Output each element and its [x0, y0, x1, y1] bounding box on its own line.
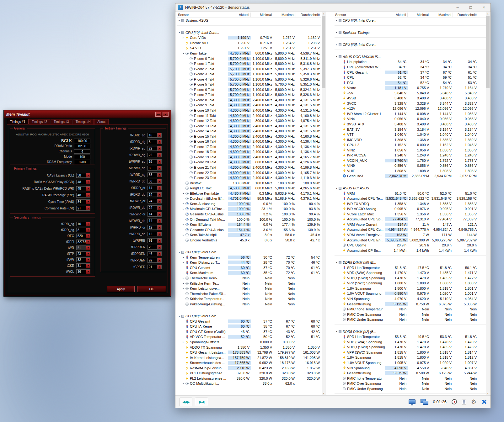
memtweakit-close-button[interactable]: X: [163, 112, 169, 117]
sensor-row[interactable]: IVR Atom L2 Cluster 11.144 V0.008 V1.144…: [335, 111, 487, 117]
sensor-group-row[interactable]: ▸CPU [#0]: Intel Core...: [335, 42, 487, 47]
dropdown-arrow-icon[interactable]: ▼: [157, 173, 161, 177]
sensor-row[interactable]: SPD Hub Temperatur51.8 °C47.5 °C51.8 °C5…: [335, 265, 487, 270]
sensor-row[interactable]: VRM Vcore Current134 A11 A147 A121 A: [335, 222, 487, 227]
tree-toggle-icon[interactable]: ▸: [335, 19, 339, 22]
sensor-row[interactable]: Kritische Temperatur...NeinNeinNein: [177, 296, 321, 302]
dropdown-arrow-icon[interactable]: ▼: [157, 206, 161, 210]
dropdown-arrow-icon[interactable]: ▼: [157, 153, 161, 157]
tree-toggle-icon[interactable]: ▸: [181, 277, 185, 279]
column-header-maximal[interactable]: Maximal: [430, 13, 453, 17]
sensor-row[interactable]: VDDQ (SWB) Spannung1.470 V1.470 V1.485 V…: [335, 276, 487, 281]
dropdown-arrow-icon[interactable]: ▼: [157, 140, 161, 144]
sensor-row[interactable]: Hauptplatine34 °C34 °C34 °C34 °C: [335, 59, 487, 65]
sensor-row[interactable]: IVR TX VDDQ1.358 V1.348 V1.358 V1.356 V: [335, 201, 487, 206]
tree-toggle-icon[interactable]: ▾: [335, 330, 339, 333]
timing-dropdown[interactable]: 8▼: [147, 166, 162, 171]
sensor-row[interactable]: IVR VCCIO Analog0.995 V0.976 V0.995 V0.9…: [335, 206, 487, 212]
dropdown-arrow-icon[interactable]: ▼: [157, 179, 161, 183]
clock-icon[interactable]: [452, 399, 457, 404]
sensor-row[interactable]: IVR VCCSA1.248 V1.248 V1.248 V1.248 V: [335, 153, 487, 158]
sensor-row[interactable]: VCCIN_AUX1.760 V1.760 V1.792 V1.775 V: [335, 158, 487, 163]
dropdown-arrow-icon[interactable]: ▼: [157, 160, 161, 164]
sensor-row[interactable]: CPU Gesamt60 °C37 °C70 °C61 °C: [177, 265, 321, 271]
sensor-row[interactable]: P-core 5 Takt5,700.0 MHz1,100.0 MHz5,700…: [177, 82, 321, 87]
tree-toggle-icon[interactable]: ▾: [335, 261, 339, 264]
dropdown-arrow-icon[interactable]: ▼: [157, 219, 161, 223]
sensor-group-row[interactable]: ▾CPU [#0]: Intel Core...: [177, 250, 321, 255]
dropdown-arrow-icon[interactable]: ▼: [86, 187, 90, 191]
sensor-group-row[interactable]: ▾DDR5 DIMM [#0] (B...: [335, 260, 487, 265]
sensor-row[interactable]: BAT_3V3.184 V3.184 V3.184 V3.184 V: [335, 127, 487, 132]
sensor-row[interactable]: E-core 22 Takt4,300.0 MHz2,400.0 MHz4,30…: [177, 170, 321, 175]
timing-dropdown[interactable]: 32767▼: [76, 240, 90, 244]
left-panel-scrollbar[interactable]: ▲ ▼: [322, 12, 326, 395]
sensor-row[interactable]: CPU GT-Kerne (Grafik)43 °C37 °C43 °C42 °…: [177, 329, 321, 335]
sensor-row[interactable]: VDD (SWA) Spannung1.470 V1.470 V1.485 V1…: [335, 270, 487, 276]
timing-dropdown[interactable]: 14▼: [147, 219, 162, 223]
report-icon[interactable]: [462, 399, 466, 404]
sensor-row[interactable]: E-core 21 Takt4,300.0 MHz2,400.0 MHz4,30…: [177, 165, 321, 170]
sensor-row[interactable]: 1,8V Spannung1.800 V1.800 V1.815 V1.801 …: [335, 286, 487, 291]
column-header-sensor[interactable]: Sensor: [177, 13, 228, 17]
sensor-row[interactable]: VDDQ (SWB) Spannung1.470 V1.470 V1.485 V…: [335, 345, 487, 350]
sensor-row[interactable]: Gesamte CPU-Auslas...154.4 %3.6 %155.6 %…: [177, 227, 321, 232]
sensor-row[interactable]: PL2 Leistungsgrenze ...320.0 W320.0 W320…: [177, 376, 321, 381]
timing-dropdown[interactable]: 32▼: [76, 257, 90, 262]
timing-dropdown[interactable]: 46▼: [147, 251, 162, 256]
dropdown-arrow-icon[interactable]: ▼: [86, 173, 90, 177]
sensor-row[interactable]: P-core 2 Takt5,700.0 MHz1,100.0 MHz5,800…: [177, 66, 321, 71]
sensor-row[interactable]: PL1 Leistungsgrenze ...320.0 W320.0 W320…: [177, 371, 321, 376]
sensor-row[interactable]: 1.0V VOUT Spannung1.005 V0.975 V1.020 V1…: [335, 360, 487, 366]
dropdown-arrow-icon[interactable]: ▼: [157, 146, 161, 150]
sensor-row[interactable]: Stromverbrauch des ...17.865 W9.682 W18.…: [177, 360, 321, 366]
right-panel-scrollbar[interactable]: ▲ ▼: [486, 12, 490, 395]
sensor-row[interactable]: P-core 4 Takt5,700.0 MHz1,100.0 MHz5,800…: [177, 76, 321, 82]
dropdown-arrow-icon[interactable]: ▼: [86, 222, 90, 226]
sensor-row[interactable]: E-core 15 Takt4,300.0 MHz2,400.0 MHz4,30…: [177, 134, 321, 139]
sensor-row[interactable]: VIN40.056 V0.040 V0.056 V0.055 V: [335, 116, 487, 122]
sensor-row[interactable]: PMIC Under SpannungNeinNeinNeinNein: [335, 386, 487, 391]
sensor-row[interactable]: PMIC Over SpannungNeinNeinNeinNein: [335, 381, 487, 386]
close-sensors-icon[interactable]: [481, 399, 487, 404]
sensor-group-row[interactable]: ▸CPU [#0]: Intel Core...: [335, 18, 487, 23]
dropdown-arrow-icon[interactable]: ▼: [157, 225, 161, 229]
tree-toggle-icon[interactable]: ▸: [181, 287, 185, 290]
sensor-row[interactable]: ▸Kern-Leistungsve...NeinNeinNein: [177, 286, 321, 291]
tree-toggle-icon[interactable]: ▸: [177, 19, 181, 22]
sensor-row[interactable]: Bustakt100.0 MHz100.0 MHz100.0 MHz100.0 …: [177, 180, 321, 186]
timing-dropdown[interactable]: 12▼: [147, 225, 162, 230]
column-header-durchschnitt[interactable]: Durchschnitt: [453, 13, 478, 17]
sensor-row[interactable]: E-core 13 Takt4,300.0 MHz2,400.0 MHz4,30…: [177, 123, 321, 129]
sensor-row[interactable]: E-core 18 Takt4,300.0 MHz2,400.0 MHz4,30…: [177, 149, 321, 155]
dropdown-arrow-icon[interactable]: ▼: [157, 245, 161, 249]
tree-toggle-icon[interactable]: ▸: [181, 340, 185, 343]
dropdown-arrow-icon[interactable]: ▼: [86, 264, 90, 268]
tree-toggle-icon[interactable]: ▾: [335, 55, 339, 58]
column-header-maximal[interactable]: Maximal: [273, 13, 296, 17]
sensor-row[interactable]: PMIC hohe TemperaturNeinNeinNeinNein: [335, 376, 487, 381]
sensor-row[interactable]: E-core 19 Takt4,300.0 MHz2,400.0 MHz4,30…: [177, 155, 321, 160]
sensor-group-row[interactable]: ▾DDR5 DIMM [#2] (B...: [335, 329, 487, 334]
timing-dropdown[interactable]: 16▼: [147, 159, 162, 164]
sensor-row[interactable]: VTT1.040 V1.040 V1.040 V1.040 V: [335, 132, 487, 137]
scrollbar-thumb[interactable]: [322, 16, 325, 88]
sensor-row[interactable]: P-core 0 Takt5,700.0 MHz1,100.0 MHz5,800…: [177, 56, 321, 61]
tree-toggle-icon[interactable]: ▸: [335, 31, 339, 34]
dropdown-arrow-icon[interactable]: ▼: [86, 193, 90, 197]
sensor-row[interactable]: CPU L21.152 V0.000 V1.152 V1.043 V: [335, 142, 487, 148]
sensor-row[interactable]: 3VSB_ATX3.408 V3.408 V3.408 V3.408 V: [335, 122, 487, 127]
sensor-row[interactable]: +12V12.096 V12.096 V12.096 V12.096 V: [335, 106, 487, 111]
dropdown-arrow-icon[interactable]: ▼: [157, 186, 161, 190]
sensor-row[interactable]: Ring/LLC Takt4,500.0 MHz800.0 MHz5,000.0…: [177, 186, 321, 191]
dropdown-arrow-icon[interactable]: ▼: [86, 234, 90, 238]
timing-dropdown[interactable]: 88▼: [147, 172, 162, 177]
sensor-row[interactable]: Accumulated CPU Te...3,531,548 °C3,526,6…: [335, 196, 487, 201]
timing-dropdown[interactable]: 31▼: [76, 263, 90, 268]
sensor-row[interactable]: Durchschnittlicher Ef...4,701.0 MHz50.5 …: [177, 196, 321, 201]
sensor-row[interactable]: Accumulated CPU Cu...4,954,824 A4,944,77…: [335, 227, 487, 232]
sensor-row[interactable]: Uncore VID1.256 V0.716 V1.264 V1.208 V: [177, 40, 321, 46]
sensor-row[interactable]: ▾Kern-Takte4,766.7 MHz800.0 MHz5,800.0 M…: [177, 51, 321, 56]
hwinfo-titlebar[interactable]: HWiNFO64 v7.47-5120 - Sensorstatus – □ ×: [175, 3, 491, 12]
sensor-row[interactable]: 1,8V Spannung1.815 V1.800 V1.815 V1.812 …: [335, 355, 487, 360]
